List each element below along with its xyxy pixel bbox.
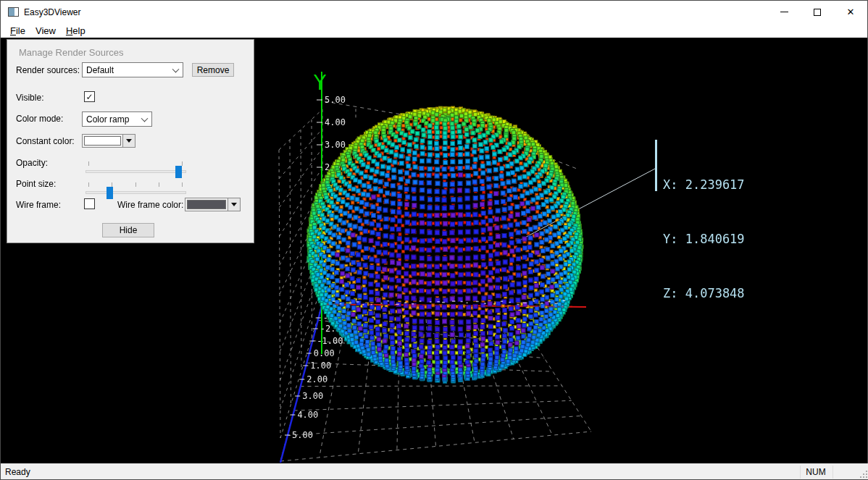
menu-file[interactable]: File <box>5 25 30 37</box>
constant-color-label: Constant color: <box>16 136 75 146</box>
point-size-label: Point size: <box>16 179 56 189</box>
menu-view[interactable]: View <box>30 25 61 37</box>
wire-frame-color-picker[interactable] <box>185 198 241 211</box>
manage-render-sources-panel: Manage Render Sources Render sources: De… <box>7 39 254 243</box>
window-title: Easy3DViewer <box>24 7 80 17</box>
opacity-label: Opacity: <box>16 158 48 168</box>
point-annotation: X: 2.239617 Y: 1.840619 Z: 4.073848 <box>663 140 745 339</box>
panel-title: Manage Render Sources <box>19 47 124 58</box>
point-size-slider-handle[interactable] <box>107 187 113 199</box>
wire-frame-checkbox[interactable] <box>84 198 95 209</box>
wire-frame-label: Wire frame: <box>16 200 61 210</box>
num-lock-indicator: NUM <box>804 467 828 477</box>
hide-button[interactable]: Hide <box>102 223 154 237</box>
triangle-down-icon <box>231 203 237 206</box>
resize-grip[interactable] <box>859 469 867 478</box>
wire-frame-color-swatch <box>187 200 226 209</box>
remove-button[interactable]: Remove <box>192 63 234 77</box>
visible-checkbox[interactable]: ✓ <box>84 91 95 102</box>
maximize-icon <box>814 9 821 16</box>
app-icon <box>8 7 19 17</box>
opacity-slider-track[interactable] <box>85 170 186 173</box>
status-separator <box>832 466 833 479</box>
chevron-down-icon <box>172 65 180 72</box>
color-mode-label: Color mode: <box>16 114 63 124</box>
minimize-button[interactable] <box>767 1 801 23</box>
minimize-icon <box>780 12 788 12</box>
constant-color-picker[interactable] <box>82 134 135 148</box>
render-sources-value: Default <box>86 65 114 75</box>
point-size-slider-track[interactable] <box>85 191 186 194</box>
opacity-slider-handle[interactable] <box>175 166 182 178</box>
title-bar[interactable]: Easy3DViewer ✕ <box>1 1 867 23</box>
slider-tick <box>159 182 159 187</box>
slider-tick <box>135 182 136 187</box>
wire-frame-color-label: Wire frame color: <box>117 200 183 210</box>
close-icon: ✕ <box>847 7 855 17</box>
menu-help[interactable]: Help <box>61 25 91 37</box>
render-sources-label: Render sources: <box>16 65 80 75</box>
check-icon: ✓ <box>85 92 93 102</box>
annotation-z: Z: 4.073848 <box>663 285 745 303</box>
viewport-3d: X: 2.239617 Y: 1.840619 Z: 4.073848 Mana… <box>1 38 867 465</box>
slider-tick <box>88 161 89 166</box>
slider-tick <box>88 182 89 187</box>
constant-color-dropdown-button[interactable] <box>122 135 135 147</box>
visible-label: Visible: <box>16 93 43 103</box>
status-message: Ready <box>5 467 30 477</box>
app-window: Easy3DViewer ✕ File View Help X: 2.23961… <box>0 0 868 480</box>
annotation-x: X: 2.239617 <box>663 176 745 194</box>
render-sources-dropdown[interactable]: Default <box>82 62 183 77</box>
maximize-button[interactable] <box>801 1 834 23</box>
color-mode-dropdown[interactable]: Color ramp <box>82 111 152 127</box>
slider-tick <box>182 182 183 187</box>
annotation-y: Y: 1.840619 <box>663 230 745 248</box>
color-mode-value: Color ramp <box>86 114 129 125</box>
triangle-down-icon <box>126 139 132 143</box>
close-button[interactable]: ✕ <box>834 1 867 23</box>
status-bar: Ready NUM <box>1 463 868 479</box>
status-separator <box>800 466 801 479</box>
chevron-down-icon <box>141 114 149 122</box>
wire-frame-color-dropdown-button[interactable] <box>228 198 240 211</box>
menu-bar: File View Help <box>1 23 867 38</box>
constant-color-swatch <box>84 136 121 146</box>
annotation-bar <box>655 140 657 191</box>
